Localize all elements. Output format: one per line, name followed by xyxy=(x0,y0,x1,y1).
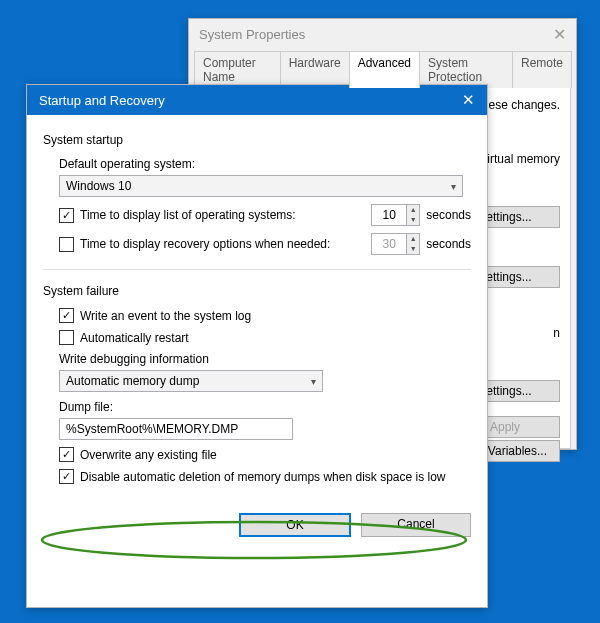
default-os-value: Windows 10 xyxy=(66,179,131,193)
time-recovery-checkbox[interactable] xyxy=(59,237,74,252)
auto-restart-label: Automatically restart xyxy=(80,331,189,345)
chevron-down-icon: ▾ xyxy=(311,376,316,387)
tab-computer-name[interactable]: Computer Name xyxy=(194,51,281,88)
debug-info-label: Write debugging information xyxy=(59,352,471,366)
time-recovery-label: Time to display recovery options when ne… xyxy=(80,237,330,251)
divider xyxy=(43,269,471,270)
seconds-label-2: seconds xyxy=(426,237,471,251)
disable-delete-label: Disable automatic deletion of memory dum… xyxy=(80,470,446,484)
ok-button[interactable]: OK xyxy=(239,513,351,537)
overwrite-checkbox[interactable]: ✓ xyxy=(59,447,74,462)
time-recovery-spinner[interactable]: 30 ▲▼ xyxy=(371,233,420,255)
write-event-checkbox[interactable]: ✓ xyxy=(59,308,74,323)
seconds-label: seconds xyxy=(426,208,471,222)
close-icon[interactable]: ✕ xyxy=(553,25,566,44)
cancel-button[interactable]: Cancel xyxy=(361,513,471,537)
debug-info-select[interactable]: Automatic memory dump ▾ xyxy=(59,370,323,392)
default-os-select[interactable]: Windows 10 ▾ xyxy=(59,175,463,197)
chevron-down-icon: ▾ xyxy=(451,181,456,192)
tab-remote[interactable]: Remote xyxy=(512,51,572,88)
tab-system-protection[interactable]: System Protection xyxy=(419,51,513,88)
tab-advanced[interactable]: Advanced xyxy=(349,51,420,88)
dump-file-input[interactable]: %SystemRoot%\MEMORY.DMP xyxy=(59,418,293,440)
window-title: Startup and Recovery xyxy=(39,93,165,108)
time-list-label: Time to display list of operating system… xyxy=(80,208,296,222)
time-list-spinner[interactable]: 10 ▲▼ xyxy=(371,204,420,226)
startup-recovery-dialog: Startup and Recovery ✕ System startup De… xyxy=(26,84,488,608)
auto-restart-checkbox[interactable] xyxy=(59,330,74,345)
system-failure-header: System failure xyxy=(43,284,471,298)
tab-hardware[interactable]: Hardware xyxy=(280,51,350,88)
debug-info-value: Automatic memory dump xyxy=(66,374,199,388)
close-icon[interactable]: ✕ xyxy=(462,91,475,109)
overwrite-label: Overwrite any existing file xyxy=(80,448,217,462)
system-startup-header: System startup xyxy=(43,133,471,147)
disable-delete-checkbox[interactable]: ✓ xyxy=(59,469,74,484)
write-event-label: Write an event to the system log xyxy=(80,309,251,323)
time-list-checkbox[interactable]: ✓ xyxy=(59,208,74,223)
default-os-label: Default operating system: xyxy=(59,157,471,171)
window-title: System Properties xyxy=(199,27,305,42)
titlebar: System Properties ✕ xyxy=(189,19,576,50)
dump-file-label: Dump file: xyxy=(59,400,471,414)
titlebar: Startup and Recovery ✕ xyxy=(27,85,487,115)
tab-strip: Computer Name Hardware Advanced System P… xyxy=(194,50,571,88)
